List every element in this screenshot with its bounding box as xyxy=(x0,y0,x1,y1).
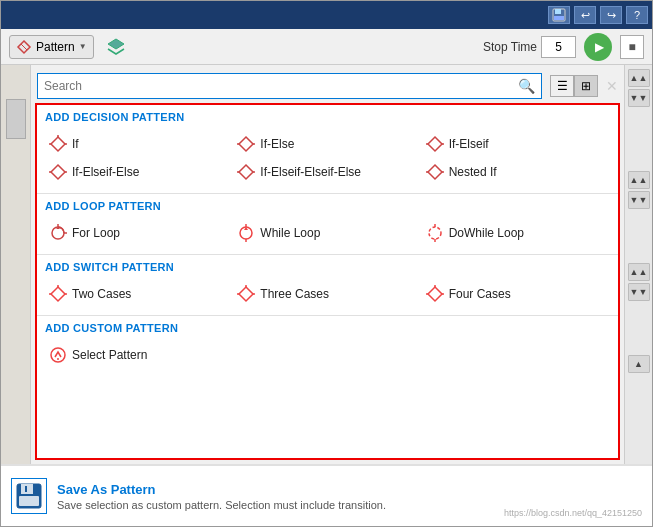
pattern-list: ADD DECISION PATTERN If xyxy=(35,103,620,460)
svg-marker-20 xyxy=(239,165,253,179)
pattern-label: Pattern xyxy=(36,40,75,54)
pattern-dowhile-loop[interactable]: DoWhile Loop xyxy=(422,220,610,246)
stop-time-section: Stop Time xyxy=(483,36,576,58)
if-elseif-else-label: If-Elseif-Else xyxy=(72,165,139,179)
right-panel: ▲▲ ▼▼ ▲▲ ▼▼ ▲▲ ▼▼ ▲ xyxy=(624,65,652,464)
pattern-if-else[interactable]: If-Else xyxy=(233,131,421,157)
left-scroll-area xyxy=(6,99,26,139)
svg-point-34 xyxy=(429,227,441,239)
for-loop-label: For Loop xyxy=(72,226,120,240)
if-else-icon xyxy=(237,135,255,153)
loop-section-header: ADD LOOP PATTERN xyxy=(37,194,618,216)
pattern-four-cases[interactable]: Four Cases xyxy=(422,281,610,307)
nested-if-label: Nested If xyxy=(449,165,497,179)
if-elseif-else-icon xyxy=(49,163,67,181)
search-input[interactable] xyxy=(44,79,518,93)
svg-marker-14 xyxy=(428,137,442,151)
three-cases-label: Three Cases xyxy=(260,287,329,301)
svg-rect-54 xyxy=(25,486,27,492)
scroll-down-switch[interactable]: ▼▼ xyxy=(628,283,650,301)
pattern-while-loop[interactable]: While Loop xyxy=(233,220,421,246)
svg-marker-11 xyxy=(239,137,253,151)
four-cases-icon xyxy=(426,285,444,303)
svg-marker-6 xyxy=(51,137,65,151)
view-toggles: ☰ ⊞ xyxy=(550,75,598,97)
help-btn[interactable]: ? xyxy=(626,6,648,24)
decision-section-header: ADD DECISION PATTERN xyxy=(37,105,618,127)
custom-section-header: ADD CUSTOM PATTERN xyxy=(37,316,618,338)
svg-marker-41 xyxy=(239,287,253,301)
bottom-bar: Save As Pattern Save selection as custom… xyxy=(1,464,652,526)
scroll-down-decision[interactable]: ▼▼ xyxy=(628,89,650,107)
pattern-dropdown[interactable]: Pattern ▼ xyxy=(9,35,94,59)
for-loop-icon xyxy=(49,224,67,242)
two-cases-label: Two Cases xyxy=(72,287,131,301)
pattern-three-cases[interactable]: Three Cases xyxy=(233,281,421,307)
two-cases-icon xyxy=(49,285,67,303)
main-window: ↩ ↪ ? Pattern ▼ Stop Time xyxy=(0,0,653,527)
dropdown-arrow: ▼ xyxy=(79,42,87,51)
custom-pattern-grid: Select Pattern xyxy=(37,338,618,376)
if-elseif-label: If-Elseif xyxy=(449,137,489,151)
stop-time-label: Stop Time xyxy=(483,40,537,54)
pattern-if-elseif-elseif-else[interactable]: If-Elseif-Elseif-Else xyxy=(233,159,421,185)
svg-marker-5 xyxy=(108,39,124,49)
close-panel-btn[interactable]: ✕ xyxy=(602,78,622,94)
if-icon xyxy=(49,135,67,153)
pattern-panel: 🔍 ☰ ⊞ ✕ ADD DECISION PATTERN xyxy=(31,65,624,464)
save-icon-box xyxy=(11,478,47,514)
svg-marker-23 xyxy=(428,165,442,179)
four-cases-label: Four Cases xyxy=(449,287,511,301)
three-cases-icon xyxy=(237,285,255,303)
svg-rect-2 xyxy=(554,16,564,20)
play-button[interactable] xyxy=(584,33,612,61)
while-loop-icon xyxy=(237,224,255,242)
while-loop-label: While Loop xyxy=(260,226,320,240)
svg-rect-53 xyxy=(19,496,39,506)
main-area: 🔍 ☰ ⊞ ✕ ADD DECISION PATTERN xyxy=(1,65,652,464)
list-view-btn[interactable]: ☰ xyxy=(550,75,574,97)
pattern-for-loop[interactable]: For Loop xyxy=(45,220,233,246)
pattern-nested-if[interactable]: Nested If xyxy=(422,159,610,185)
scroll-down-loop[interactable]: ▼▼ xyxy=(628,191,650,209)
select-pattern-icon xyxy=(49,346,67,364)
if-label: If xyxy=(72,137,79,151)
left-sidebar xyxy=(1,65,31,464)
svg-marker-17 xyxy=(51,165,65,179)
svg-point-50 xyxy=(57,358,59,360)
svg-marker-37 xyxy=(51,287,65,301)
toolbar: Pattern ▼ Stop Time xyxy=(1,29,652,65)
svg-rect-1 xyxy=(555,9,561,14)
decision-pattern-grid: If If-Else xyxy=(37,127,618,193)
pattern-select[interactable]: Select Pattern xyxy=(45,342,233,368)
redo-btn[interactable]: ↪ xyxy=(600,6,622,24)
svg-line-4 xyxy=(21,44,27,50)
if-elseif-elseif-else-label: If-Elseif-Elseif-Else xyxy=(260,165,361,179)
nested-if-icon xyxy=(426,163,444,181)
if-elseif-elseif-else-icon xyxy=(237,163,255,181)
switch-section-header: ADD SWITCH PATTERN xyxy=(37,255,618,277)
save-as-pattern-title[interactable]: Save As Pattern xyxy=(57,482,386,497)
pattern-two-cases[interactable]: Two Cases xyxy=(45,281,233,307)
layers-icon[interactable] xyxy=(102,33,130,61)
stop-button[interactable] xyxy=(620,35,644,59)
scroll-up-decision[interactable]: ▲▲ xyxy=(628,69,650,87)
scroll-up-loop[interactable]: ▲▲ xyxy=(628,171,650,189)
loop-pattern-grid: For Loop While Loop xyxy=(37,216,618,254)
stop-time-input[interactable] xyxy=(541,36,576,58)
search-bar: 🔍 xyxy=(37,73,542,99)
pattern-if[interactable]: If xyxy=(45,131,233,157)
watermark: https://blog.csdn.net/qq_42151250 xyxy=(504,508,642,520)
if-elseif-icon xyxy=(426,135,444,153)
pattern-if-elseif-else[interactable]: If-Elseif-Else xyxy=(45,159,233,185)
if-else-label: If-Else xyxy=(260,137,294,151)
pattern-if-elseif[interactable]: If-Elseif xyxy=(422,131,610,157)
save-title-btn[interactable] xyxy=(548,6,570,24)
scroll-up-custom[interactable]: ▲ xyxy=(628,355,650,373)
save-as-pattern-desc: Save selection as custom pattern. Select… xyxy=(57,499,386,511)
switch-pattern-grid: Two Cases Three Cases xyxy=(37,277,618,315)
scroll-up-switch[interactable]: ▲▲ xyxy=(628,263,650,281)
undo-btn[interactable]: ↩ xyxy=(574,6,596,24)
grid-view-btn[interactable]: ⊞ xyxy=(574,75,598,97)
dowhile-loop-label: DoWhile Loop xyxy=(449,226,524,240)
